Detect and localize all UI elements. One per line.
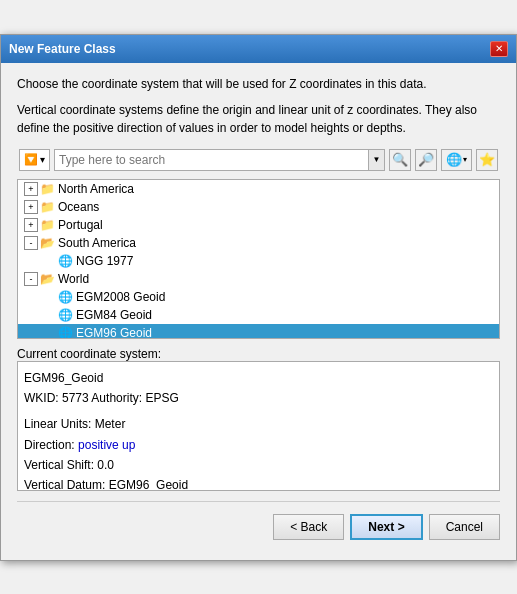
tree-item-oceans[interactable]: + 📁 Oceans [18, 198, 499, 216]
description-line1: Choose the coordinate system that will b… [17, 75, 500, 93]
star-icon: ⭐ [479, 152, 495, 167]
filter-button[interactable]: 🔽 ▾ [19, 149, 50, 171]
folder-icon-world: 📂 [40, 272, 55, 286]
tree-item-egm2008[interactable]: 🌐 EGM2008 Geoid [18, 288, 499, 306]
tree-item-ngg-1977[interactable]: 🌐 NGG 1977 [18, 252, 499, 270]
globe-button[interactable]: 🌐 ▾ [441, 149, 472, 171]
globe-icon-egm2008: 🌐 [58, 290, 73, 304]
globe-icon-egm96: 🌐 [58, 326, 73, 339]
search-dropdown-button[interactable]: ▼ [368, 150, 384, 170]
coord-name: EGM96_Geoid [24, 368, 493, 388]
divider [17, 501, 500, 502]
coord-direction-label: Direction: [24, 438, 78, 452]
globe-icon-egm84: 🌐 [58, 308, 73, 322]
tree-label-egm84: EGM84 Geoid [76, 308, 152, 322]
tree-item-north-america[interactable]: + 📁 North America [18, 180, 499, 198]
tree-label-ngg-1977: NGG 1977 [76, 254, 133, 268]
expand-oceans[interactable]: + [24, 200, 38, 214]
favorites-button[interactable]: ⭐ [476, 149, 498, 171]
next-button[interactable]: Next > [350, 514, 422, 540]
expand-portugal[interactable]: + [24, 218, 38, 232]
magnify-icon: 🔍 [392, 152, 408, 167]
search-toolbar: 🔽 ▾ ▼ 🔍 🔎 🌐 ▾ ⭐ [17, 145, 500, 175]
expand-north-america[interactable]: + [24, 182, 38, 196]
coord-linear-units: Linear Units: Meter [24, 414, 493, 434]
title-bar: New Feature Class ✕ [1, 35, 516, 63]
folder-icon-north-america: 📁 [40, 182, 55, 196]
button-bar: < Back Next > Cancel [17, 510, 500, 548]
search-person-button[interactable]: 🔎 [415, 149, 437, 171]
globe-dropdown-arrow: ▾ [463, 155, 467, 164]
folder-icon-oceans: 📁 [40, 200, 55, 214]
coord-vertical-shift: Vertical Shift: 0.0 [24, 455, 493, 475]
window-title: New Feature Class [9, 42, 116, 56]
coord-direction: Direction: positive up [24, 435, 493, 455]
coord-vertical-datum: Vertical Datum: EGM96_Geoid [24, 475, 493, 490]
globe-icon: 🌐 [446, 152, 462, 167]
folder-icon-south-america: 📂 [40, 236, 55, 250]
tree-label-world: World [58, 272, 89, 286]
filter-icon: 🔽 [24, 153, 38, 166]
window-content: Choose the coordinate system that will b… [1, 63, 516, 560]
tree-item-south-america[interactable]: - 📂 South America [18, 234, 499, 252]
tree-label-north-america: North America [58, 182, 134, 196]
tree-item-world[interactable]: - 📂 World [18, 270, 499, 288]
person-icon: 🔎 [418, 152, 434, 167]
tree-label-portugal: Portugal [58, 218, 103, 232]
globe-icon-ngg: 🌐 [58, 254, 73, 268]
title-bar-controls: ✕ [490, 41, 508, 57]
coord-info-box: EGM96_Geoid WKID: 5773 Authority: EPSG L… [17, 361, 500, 491]
coord-wkid: WKID: 5773 Authority: EPSG [24, 388, 493, 408]
tree-container[interactable]: + 📁 North America + 📁 Oceans + 📁 Portuga… [17, 179, 500, 339]
dialog-window: New Feature Class ✕ Choose the coordinat… [0, 34, 517, 561]
tree-label-egm2008: EGM2008 Geoid [76, 290, 165, 304]
tree-label-south-america: South America [58, 236, 136, 250]
cancel-button[interactable]: Cancel [429, 514, 500, 540]
search-magnify-button[interactable]: 🔍 [389, 149, 411, 171]
search-container: ▼ [54, 149, 385, 171]
close-button[interactable]: ✕ [490, 41, 508, 57]
description-line2: Vertical coordinate systems define the o… [17, 101, 500, 137]
tree-item-portugal[interactable]: + 📁 Portugal [18, 216, 499, 234]
current-coord-label: Current coordinate system: [17, 347, 161, 361]
expand-world[interactable]: - [24, 272, 38, 286]
tree-label-oceans: Oceans [58, 200, 99, 214]
back-button[interactable]: < Back [273, 514, 344, 540]
search-input[interactable] [55, 151, 368, 169]
filter-dropdown-arrow: ▾ [40, 154, 45, 165]
tree-item-egm96[interactable]: 🌐 EGM96 Geoid [18, 324, 499, 339]
tree-item-egm84[interactable]: 🌐 EGM84 Geoid [18, 306, 499, 324]
expand-south-america[interactable]: - [24, 236, 38, 250]
tree-label-egm96: EGM96 Geoid [76, 326, 152, 339]
coord-direction-value: positive up [78, 438, 135, 452]
folder-icon-portugal: 📁 [40, 218, 55, 232]
